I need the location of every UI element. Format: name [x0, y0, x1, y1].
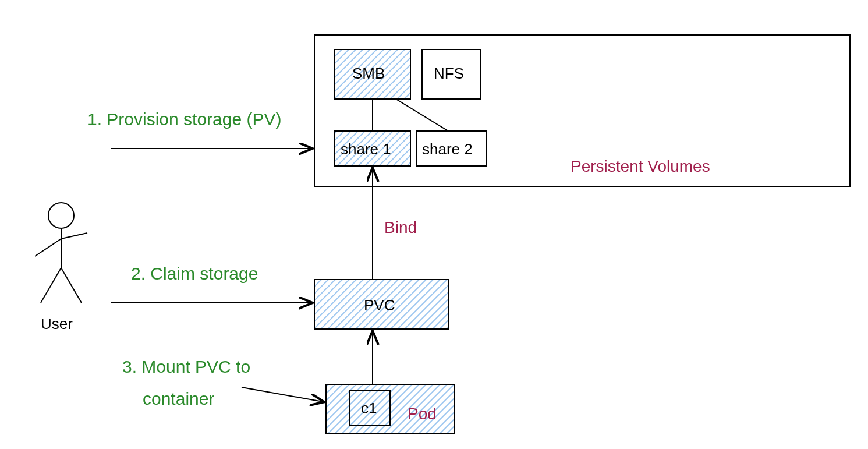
svg-line-5 [41, 268, 61, 303]
smb-label: SMB [352, 65, 385, 82]
smb-to-share2-line [396, 99, 448, 131]
svg-line-6 [61, 268, 82, 303]
step2-label: 2. Claim storage [131, 264, 258, 283]
persistent-volumes-label: Persistent Volumes [571, 157, 710, 175]
pvc-label: PVC [364, 296, 395, 314]
svg-point-1 [48, 203, 74, 228]
svg-line-3 [35, 239, 61, 256]
svg-line-4 [61, 233, 87, 239]
user-icon [35, 203, 87, 303]
step3-label-line2: container [143, 389, 214, 408]
pod-label: Pod [408, 405, 437, 423]
step3-arrow [242, 387, 323, 402]
user-label: User [41, 315, 73, 333]
step1-label: 1. Provision storage (PV) [87, 109, 281, 129]
nfs-label: NFS [434, 65, 464, 82]
bind-label: Bind [384, 218, 417, 236]
share1-label: share 1 [341, 140, 391, 158]
share2-label: share 2 [422, 140, 473, 158]
c1-label: c1 [361, 399, 377, 417]
step3-label-line1: 3. Mount PVC to [122, 357, 250, 376]
